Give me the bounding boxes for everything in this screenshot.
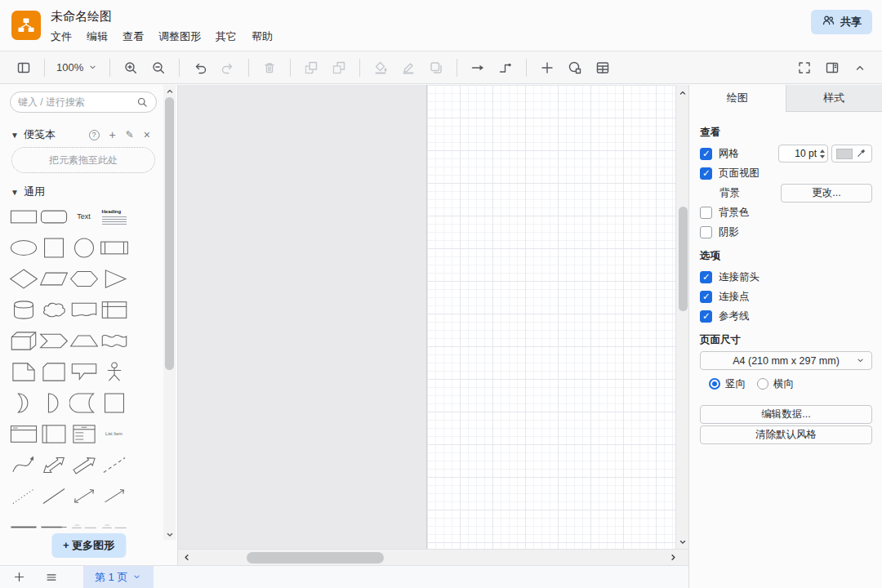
connection-icon[interactable]: [493, 56, 518, 80]
zoom-dropdown[interactable]: 100%: [53, 61, 101, 74]
scratchpad-drop-area[interactable]: 把元素拖至此处: [11, 147, 155, 173]
shape-dotted-line[interactable]: [8, 480, 38, 511]
shape-or[interactable]: [8, 387, 38, 418]
grid-size-input[interactable]: 10 pt: [778, 145, 828, 163]
shape-curve[interactable]: [8, 449, 38, 480]
menu-item-3[interactable]: 调整图形: [158, 29, 201, 44]
option-checkbox-0[interactable]: [700, 271, 712, 283]
edit-data-button[interactable]: 编辑数据...: [700, 405, 872, 424]
add-page-button[interactable]: [5, 566, 33, 588]
shape-directional-connector[interactable]: [99, 480, 129, 511]
scroll-down-icon[interactable]: [677, 536, 688, 547]
option-checkbox-2[interactable]: [700, 310, 712, 323]
shape-line[interactable]: [38, 480, 69, 511]
shape-and[interactable]: [38, 387, 69, 418]
grid-color-button[interactable]: [831, 145, 872, 163]
menu-item-4[interactable]: 其它: [216, 29, 237, 44]
undo-icon[interactable]: [188, 56, 212, 80]
help-icon[interactable]: ?: [89, 130, 100, 140]
grid-size-stepper[interactable]: [820, 149, 825, 158]
scroll-down-icon[interactable]: [163, 528, 176, 540]
sidebar-scrollbar-thumb[interactable]: [165, 97, 174, 370]
tab-diagram[interactable]: 绘图: [689, 85, 786, 112]
shape-callout[interactable]: [69, 356, 99, 387]
shape-dashed-line[interactable]: [99, 449, 129, 480]
format-panel-icon[interactable]: [820, 56, 844, 80]
shape-ellipse[interactable]: [8, 232, 38, 263]
shape-hexagon[interactable]: [69, 263, 99, 294]
shape-step[interactable]: [38, 325, 69, 356]
zoom-in-icon[interactable]: [118, 56, 143, 80]
portrait-radio[interactable]: [709, 378, 720, 390]
menu-item-1[interactable]: 编辑: [87, 29, 108, 44]
table-icon[interactable]: [590, 56, 615, 80]
shape-window[interactable]: [8, 418, 38, 449]
background-color-checkbox[interactable]: [700, 207, 712, 219]
canvas-vscroll-thumb[interactable]: [679, 207, 688, 311]
scroll-left-icon[interactable]: [180, 551, 192, 563]
shape-process[interactable]: [99, 232, 129, 263]
pages-menu-button[interactable]: [38, 566, 65, 588]
collapse-icon[interactable]: [848, 56, 872, 80]
waypoints-icon[interactable]: [466, 56, 490, 80]
shape-data-storage[interactable]: [69, 387, 99, 418]
shape-container[interactable]: [99, 387, 129, 418]
change-background-button[interactable]: 更改...: [781, 184, 872, 203]
menu-item-2[interactable]: 查看: [122, 29, 144, 44]
shape-cube[interactable]: [8, 325, 38, 356]
shape-tape[interactable]: [99, 325, 129, 356]
shape-arrow[interactable]: [69, 449, 99, 480]
add-icon[interactable]: +: [109, 129, 116, 140]
shape-triangle[interactable]: [99, 263, 129, 294]
shape-internal-storage[interactable]: [99, 294, 129, 325]
shape-rectangle[interactable]: [8, 201, 38, 232]
shape-link[interactable]: [38, 511, 69, 530]
shape-square[interactable]: [38, 232, 69, 263]
sidebar-toggle-icon[interactable]: [11, 56, 36, 80]
shape-vertical-container[interactable]: [38, 418, 69, 449]
more-shapes-button[interactable]: + 更多图形: [51, 533, 126, 558]
scroll-right-icon[interactable]: [667, 551, 679, 563]
shape-actor[interactable]: [99, 356, 129, 387]
canvas[interactable]: [178, 85, 688, 565]
share-button[interactable]: 共享: [811, 10, 872, 34]
grid-checkbox[interactable]: [700, 148, 712, 160]
shape-cloud[interactable]: [38, 294, 69, 325]
landscape-radio[interactable]: [757, 378, 768, 390]
shape-textbox[interactable]: Heading: [99, 201, 129, 232]
shape-rounded-rectangle[interactable]: [38, 201, 69, 232]
sidebar-scrollbar[interactable]: [163, 85, 176, 540]
shape-card[interactable]: [38, 356, 69, 387]
clear-default-style-button[interactable]: 清除默认风格: [700, 425, 872, 444]
shape-list-item[interactable]: List Item: [99, 418, 129, 449]
drawing-page[interactable]: [426, 85, 675, 549]
shape-horizontal-line[interactable]: [8, 511, 38, 530]
freehand-icon[interactable]: [563, 56, 587, 80]
shape-trapezoid[interactable]: [69, 325, 99, 356]
tab-style[interactable]: 样式: [786, 85, 882, 112]
fullscreen-icon[interactable]: [792, 56, 817, 80]
shape-labeled-link-2[interactable]: [99, 511, 129, 530]
shadow-checkbox[interactable]: [700, 226, 712, 238]
shape-bidirectional-connector[interactable]: [69, 480, 99, 511]
shape-note[interactable]: [8, 356, 38, 387]
shape-diamond[interactable]: [8, 263, 38, 294]
zoom-out-icon[interactable]: [146, 56, 171, 80]
page-view-checkbox[interactable]: [700, 167, 712, 180]
shape-parallelogram[interactable]: [38, 263, 69, 294]
close-icon[interactable]: ×: [144, 129, 150, 140]
shape-document[interactable]: [69, 294, 99, 325]
shape-labeled-link[interactable]: [69, 511, 99, 530]
shape-text[interactable]: Text: [69, 201, 99, 232]
paper-size-select[interactable]: A4 (210 mm x 297 mm): [700, 351, 872, 370]
general-section-header[interactable]: ▼ 通用: [0, 185, 163, 199]
scroll-up-icon[interactable]: [677, 87, 688, 98]
scroll-up-icon[interactable]: [163, 85, 176, 96]
menu-item-0[interactable]: 文件: [51, 29, 72, 44]
menu-item-5[interactable]: 帮助: [252, 29, 273, 44]
shape-cylinder[interactable]: [8, 294, 38, 325]
scratchpad-header[interactable]: ▼ 便笺本 ?+✎×: [0, 127, 163, 142]
option-checkbox-1[interactable]: [700, 291, 712, 303]
insert-icon[interactable]: [535, 56, 559, 80]
shape-bidirectional-arrow[interactable]: [38, 449, 69, 480]
